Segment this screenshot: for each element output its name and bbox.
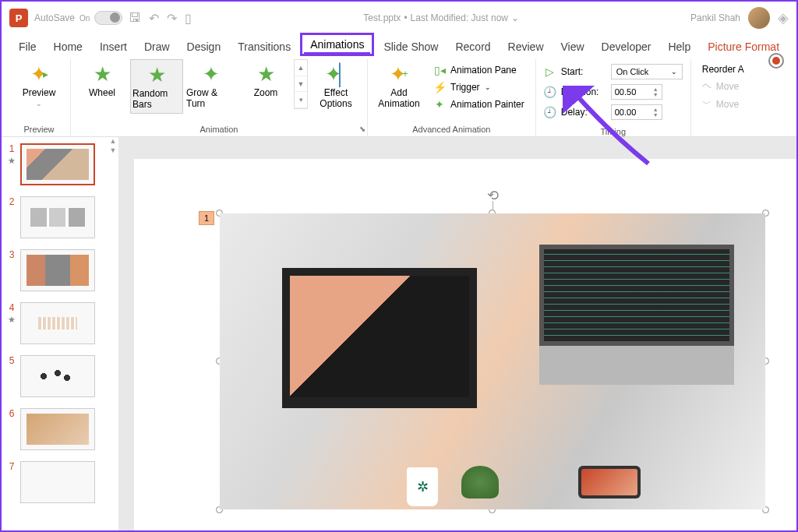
slide-image: ✲ xyxy=(220,213,765,509)
move-later-button: ﹀Move xyxy=(699,96,747,112)
pane-icon: ▯◂ xyxy=(433,64,446,76)
tab-view[interactable]: View xyxy=(553,37,592,56)
autosave-state: On xyxy=(79,14,90,23)
clock-icon: 🕘 xyxy=(544,86,556,98)
slide-thumbnails-panel[interactable]: ▲▼ 1★ 2 3 4★ 5 6 7 xyxy=(2,137,118,530)
tab-record[interactable]: Record xyxy=(447,37,498,56)
title-bar: P AutoSave On 🖫 ↶ ↷ ▯ Test.pptx • Last M… xyxy=(2,2,796,34)
dialog-launcher-icon[interactable]: ⬊ xyxy=(359,125,365,133)
tab-insert[interactable]: Insert xyxy=(92,37,135,56)
chevron-down-icon: ⌄ xyxy=(36,100,42,107)
tab-draw[interactable]: Draw xyxy=(136,37,178,56)
animation-pane-button[interactable]: ▯◂ Animation Pane xyxy=(430,62,528,78)
down-arrow-icon: ﹀ xyxy=(702,97,711,111)
group-label-preview: Preview xyxy=(12,122,65,136)
preview-button[interactable]: ✦▸ Preview ⌄ xyxy=(12,59,65,111)
tab-help[interactable]: Help xyxy=(660,37,698,56)
clock-icon: 🕘 xyxy=(544,106,556,118)
effect-options-button[interactable]: ✦│ Effect Options xyxy=(309,59,362,112)
play-icon: ▷ xyxy=(544,65,556,78)
scroll-up-icon[interactable]: ▲ xyxy=(108,137,118,146)
slide-canvas[interactable]: 1 ⟲ ✲ xyxy=(118,137,796,530)
scroll-up-icon: ▲ xyxy=(295,60,307,76)
animation-tag[interactable]: 1 xyxy=(199,211,214,225)
animation-wheel[interactable]: ★ Wheel xyxy=(76,59,129,101)
delay-input[interactable]: 00.00 ▲▼ xyxy=(611,104,662,120)
tab-design[interactable]: Design xyxy=(179,37,229,56)
from-beginning-icon[interactable]: ▯ xyxy=(185,11,192,26)
slide-thumb-5[interactable]: 5 xyxy=(6,355,114,397)
record-button[interactable] xyxy=(768,53,784,69)
reorder-title: Reorder A xyxy=(699,62,747,76)
animation-zoom[interactable]: ★ Zoom xyxy=(239,59,292,101)
chevron-down-icon[interactable]: ⌄ xyxy=(511,12,519,23)
star-icon: ✦ xyxy=(203,62,220,86)
effect-options-icon: ✦│ xyxy=(325,62,347,86)
tab-transitions[interactable]: Transitions xyxy=(230,37,298,56)
animation-indicator-icon: ★ xyxy=(8,315,16,325)
gallery-scroll[interactable]: ▲ ▼ ▾ xyxy=(294,59,308,109)
slide-thumb-4[interactable]: 4★ xyxy=(6,302,114,344)
slide-thumb-7[interactable]: 7 xyxy=(6,461,114,503)
star-icon: ★ xyxy=(94,62,111,86)
star-preview-icon: ✦▸ xyxy=(30,62,48,86)
slide-thumb-2[interactable]: 2 xyxy=(6,196,114,238)
duration-label: Duration: xyxy=(561,86,606,97)
animation-random-bars[interactable]: ★ Random Bars xyxy=(130,59,183,114)
tab-developer[interactable]: Developer xyxy=(594,37,659,56)
tab-file[interactable]: File xyxy=(11,37,44,56)
undo-icon[interactable]: ↶ xyxy=(149,11,159,26)
diamond-icon[interactable]: ◈ xyxy=(778,9,789,26)
avatar[interactable] xyxy=(748,7,770,29)
autosave-label: AutoSave xyxy=(34,12,75,23)
group-label-advanced: Advanced Animation xyxy=(373,122,531,136)
app-icon: P xyxy=(9,9,28,27)
animation-indicator-icon: ★ xyxy=(8,156,16,166)
tab-slideshow[interactable]: Slide Show xyxy=(376,37,446,56)
duration-input[interactable]: 00.50 ▲▼ xyxy=(611,84,662,100)
painter-icon: ✦ xyxy=(433,98,446,111)
toggle-switch[interactable] xyxy=(94,11,122,25)
ribbon-tabs: File Home Insert Draw Design Transitions… xyxy=(2,34,796,56)
selected-image[interactable]: 1 ⟲ ✲ xyxy=(220,213,765,509)
gallery-expand-icon: ▾ xyxy=(295,92,307,108)
animation-grow-turn[interactable]: ✦ Grow & Turn xyxy=(185,59,238,112)
up-arrow-icon: ヘ xyxy=(702,79,711,93)
start-dropdown[interactable]: On Click ⌄ xyxy=(611,64,683,79)
save-icon[interactable]: 🖫 xyxy=(129,11,141,25)
file-title: Test.pptx • Last Modified: Just now ⌄ xyxy=(198,12,684,23)
slide-thumb-1[interactable]: 1★ xyxy=(6,143,114,185)
chevron-down-icon: ⌄ xyxy=(671,68,677,76)
slide-thumb-3[interactable]: 3 xyxy=(6,249,114,291)
add-animation-button[interactable]: ✦+ Add Animation xyxy=(373,59,425,112)
tab-home[interactable]: Home xyxy=(46,37,90,56)
chevron-down-icon: ⌄ xyxy=(485,83,491,91)
group-label-animation: Animation xyxy=(76,122,362,136)
delay-label: Delay: xyxy=(561,107,606,118)
username: Pankil Shah xyxy=(690,12,740,23)
star-icon: ★ xyxy=(148,63,166,86)
animation-painter-button[interactable]: ✦ Animation Painter xyxy=(430,97,528,112)
trigger-button[interactable]: ⚡ Trigger ⌄ xyxy=(430,79,528,95)
scroll-down-icon[interactable]: ▼ xyxy=(108,146,118,156)
slide: 1 ⟲ ✲ xyxy=(134,159,796,530)
star-icon: ★ xyxy=(257,62,275,86)
star-add-icon: ✦+ xyxy=(390,62,408,86)
autosave-toggle[interactable]: AutoSave On xyxy=(34,11,122,25)
tab-animations[interactable]: Animations xyxy=(300,33,374,56)
start-label: Start: xyxy=(561,66,606,77)
tab-review[interactable]: Review xyxy=(500,37,552,56)
scroll-down-icon: ▼ xyxy=(295,76,307,93)
ribbon: ✦▸ Preview ⌄ Preview ★ Wheel ★ Random Ba… xyxy=(2,56,796,137)
trigger-icon: ⚡ xyxy=(433,81,446,93)
slide-thumb-6[interactable]: 6 xyxy=(6,408,114,450)
redo-icon[interactable]: ↷ xyxy=(167,11,177,26)
move-earlier-button: ヘMove xyxy=(699,78,747,94)
